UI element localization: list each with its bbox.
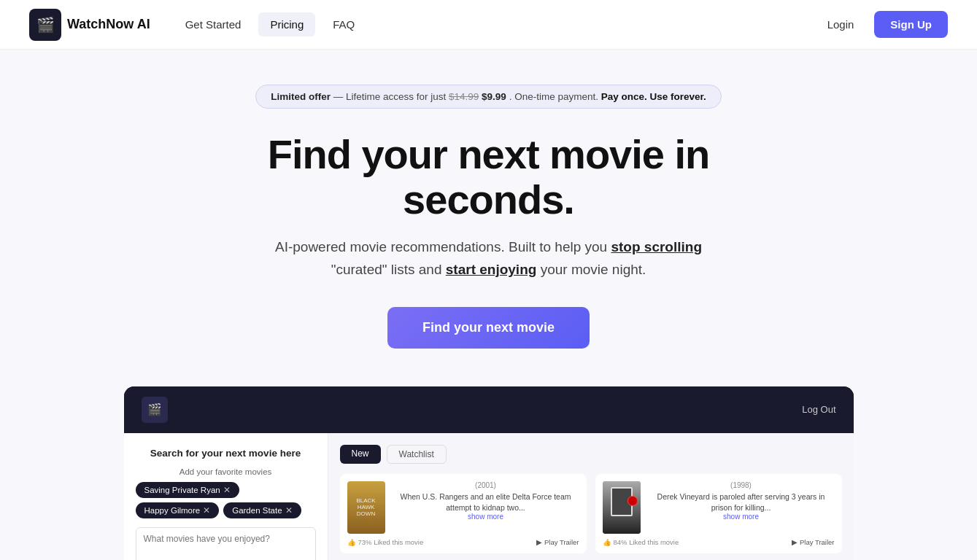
tag-remove-icon[interactable]: ✕ — [223, 485, 231, 495]
movie-desc: When U.S. Rangers and an elite Delta For… — [393, 491, 579, 513]
movie-input[interactable] — [136, 527, 316, 560]
tag-label: Saving Private Ryan — [144, 486, 220, 494]
logout-button[interactable]: Log Out — [802, 404, 835, 415]
tags-area: Saving Private Ryan ✕ Happy Gilmore ✕ Ga… — [136, 482, 316, 518]
offer-old-price: $14.99 — [449, 91, 479, 102]
hero-sub-underline1: stop scrolling — [611, 239, 702, 254]
offer-bold: Pay once. Use forever. — [601, 91, 706, 102]
nav-link-get-started[interactable]: Get Started — [174, 12, 253, 36]
app-mockup: 🎬 Log Out Search for your next movie her… — [124, 386, 854, 560]
main-tabs: New Watchlist — [340, 445, 842, 464]
mockup-sidebar: Search for your next movie here Add your… — [124, 433, 328, 560]
movie-thumbnail: BLACK HAWK DOWN — [347, 481, 385, 534]
movie-trailer[interactable]: ▶ Play Trailer — [536, 538, 579, 546]
thumbs-up-icon: 👍 — [347, 538, 356, 546]
offer-label: Limited offer — [271, 91, 331, 102]
hero-sub-part3: your movie night. — [536, 262, 646, 277]
liked-text: 84% Liked this movie — [614, 538, 679, 546]
tab-new[interactable]: New — [340, 445, 381, 464]
show-more-link[interactable]: show more — [648, 513, 835, 521]
thumbs-up-icon: 👍 — [603, 538, 611, 546]
mockup-body: Search for your next movie here Add your… — [124, 433, 854, 560]
nav-right: Login Sign Up — [819, 11, 948, 38]
signup-button[interactable]: Sign Up — [874, 11, 948, 38]
liked-text: 73% Liked this movie — [358, 538, 424, 546]
movie-rating: 👍 73% Liked this movie — [347, 538, 424, 546]
play-icon: ▶ — [792, 538, 798, 546]
offer-new-price: $9.99 — [482, 91, 506, 102]
trailer-text: Play Trailer — [800, 538, 835, 546]
tag-garden-state[interactable]: Garden State ✕ — [223, 502, 301, 518]
hero-sub-quote: "curated" lists and — [331, 262, 446, 277]
movie-thumbnail — [603, 481, 641, 534]
offer-badge: Limited offer — Lifetime access for just… — [255, 85, 722, 109]
logo-icon: 🎬 — [29, 9, 61, 41]
movie-rating: 👍 84% Liked this movie — [603, 538, 679, 546]
hero-sub-underline2: start enjoying — [446, 262, 537, 277]
tag-remove-icon[interactable]: ✕ — [203, 505, 210, 516]
hero-section: Limited offer — Lifetime access for just… — [0, 50, 977, 560]
show-more-link[interactable]: show more — [393, 513, 579, 521]
offer-suffix: . One-time payment. — [509, 91, 601, 102]
trailer-text: Play Trailer — [544, 538, 579, 546]
offer-dash: — Lifetime access for just — [333, 91, 449, 102]
cta-button[interactable]: Find your next movie — [387, 307, 590, 349]
movie-year: (1998) — [648, 481, 835, 489]
tag-label: Happy Gilmore — [144, 506, 201, 515]
mockup-logo-icon: 🎬 — [142, 397, 168, 423]
hero-title: Find your next movie in seconds. — [197, 132, 781, 222]
navbar: 🎬 WatchNow AI Get Started Pricing FAQ Lo… — [0, 0, 977, 50]
sidebar-add-label: Add your favorite movies — [136, 467, 316, 476]
login-button[interactable]: Login — [819, 12, 863, 36]
play-icon: ▶ — [536, 538, 542, 546]
movie-desc: Derek Vineyard is paroled after serving … — [648, 491, 835, 513]
movie-card-black-hawk: BLACK HAWK DOWN (2001) When U.S. Rangers… — [340, 474, 587, 553]
tag-saving-private-ryan[interactable]: Saving Private Ryan ✕ — [136, 482, 239, 498]
movie-card-inner: (1998) Derek Vineyard is paroled after s… — [603, 481, 835, 534]
movie-info: (2001) When U.S. Rangers and an elite De… — [393, 481, 579, 534]
movie-footer: 👍 73% Liked this movie ▶ Play Trailer — [347, 538, 579, 546]
movie-trailer[interactable]: ▶ Play Trailer — [792, 538, 835, 546]
nav-link-faq[interactable]: FAQ — [321, 12, 366, 36]
tag-happy-gilmore[interactable]: Happy Gilmore ✕ — [136, 502, 220, 518]
movie-card-american-history: (1998) Derek Vineyard is paroled after s… — [595, 474, 842, 553]
tag-remove-icon[interactable]: ✕ — [285, 505, 293, 516]
tab-watchlist[interactable]: Watchlist — [387, 445, 447, 464]
tag-label: Garden State — [232, 506, 282, 515]
sidebar-title: Search for your next movie here — [136, 448, 316, 459]
movie-card-inner: BLACK HAWK DOWN (2001) When U.S. Rangers… — [347, 481, 579, 534]
hero-sub-part1: AI-powered movie recommendations. Built … — [275, 239, 611, 254]
logo[interactable]: 🎬 WatchNow AI — [29, 9, 150, 41]
movie-grid: BLACK HAWK DOWN (2001) When U.S. Rangers… — [340, 474, 842, 560]
nav-link-pricing[interactable]: Pricing — [258, 12, 315, 36]
movie-info: (1998) Derek Vineyard is paroled after s… — [648, 481, 835, 534]
movie-year: (2001) — [393, 481, 579, 489]
mockup-main: New Watchlist BLACK HAWK DOWN (2001) Whe… — [328, 433, 854, 560]
movie-footer: 👍 84% Liked this movie ▶ Play Trailer — [603, 538, 835, 546]
nav-left: 🎬 WatchNow AI Get Started Pricing FAQ — [29, 9, 366, 41]
logo-text: WatchNow AI — [67, 17, 150, 32]
hero-subtitle: AI-powered movie recommendations. Built … — [275, 236, 702, 281]
mockup-header: 🎬 Log Out — [124, 386, 854, 433]
nav-links: Get Started Pricing FAQ — [174, 12, 367, 36]
